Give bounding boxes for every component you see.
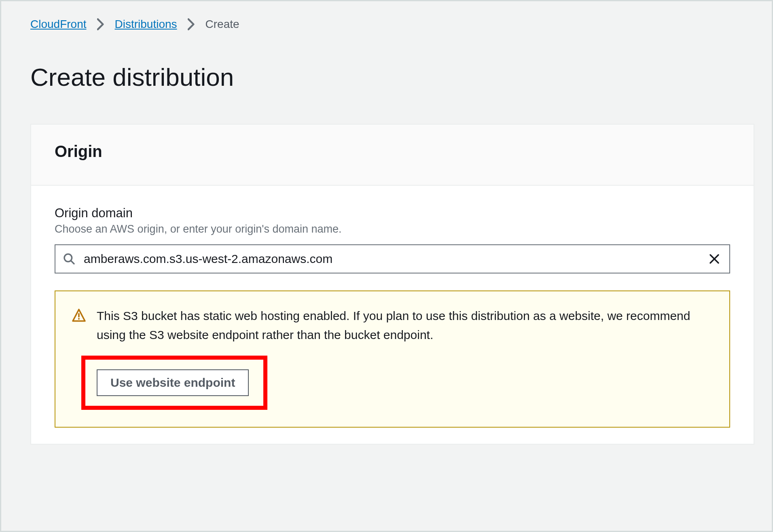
website-endpoint-alert: This S3 bucket has static web hosting en… (55, 290, 730, 428)
origin-domain-hint: Choose an AWS origin, or enter your orig… (55, 223, 730, 235)
breadcrumb-link-distributions[interactable]: Distributions (115, 19, 177, 30)
origin-panel: Origin Origin domain Choose an AWS origi… (30, 124, 754, 445)
page-title: Create distribution (30, 63, 772, 91)
origin-domain-input[interactable] (83, 252, 708, 266)
use-website-endpoint-button[interactable]: Use website endpoint (97, 369, 249, 396)
alert-content: This S3 bucket has static web hosting en… (97, 307, 713, 410)
breadcrumb: CloudFront Distributions Create (30, 18, 772, 30)
svg-point-5 (78, 318, 80, 320)
chevron-right-icon (188, 18, 195, 30)
origin-panel-body: Origin domain Choose an AWS origin, or e… (31, 186, 754, 444)
alert-text: This S3 bucket has static web hosting en… (97, 307, 713, 344)
page-frame: CloudFront Distributions Create Create d… (0, 0, 773, 532)
search-icon (63, 252, 76, 265)
clear-input-icon[interactable] (708, 253, 720, 265)
origin-domain-label: Origin domain (55, 206, 730, 220)
breadcrumb-current: Create (205, 19, 239, 30)
svg-line-1 (71, 261, 74, 264)
breadcrumb-link-cloudfront[interactable]: CloudFront (30, 19, 87, 30)
origin-domain-input-wrap[interactable] (55, 244, 730, 273)
origin-panel-header: Origin (31, 125, 754, 186)
origin-heading: Origin (55, 142, 730, 161)
chevron-right-icon (97, 18, 104, 30)
highlight-box: Use website endpoint (81, 356, 267, 410)
